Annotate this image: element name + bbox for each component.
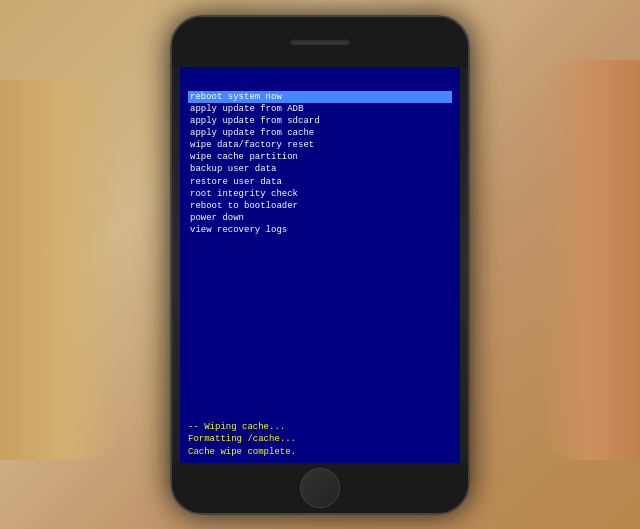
status-line-1: Formatting /cache...: [188, 433, 452, 446]
menu-item-7[interactable]: restore user data: [188, 176, 452, 188]
speaker: [290, 39, 350, 45]
status-log: -- Wiping cache...Formatting /cache...Ca…: [188, 421, 452, 459]
menu-item-3[interactable]: apply update from cache: [188, 127, 452, 139]
screen: reboot system nowapply update from ADBap…: [180, 67, 460, 463]
status-line-0: -- Wiping cache...: [188, 421, 452, 434]
status-section: -- Wiping cache...Formatting /cache...Ca…: [188, 421, 452, 459]
menu-list: reboot system nowapply update from ADBap…: [188, 91, 452, 237]
menu-item-10[interactable]: power down: [188, 212, 452, 224]
phone-top-bezel: [172, 17, 468, 67]
menu-item-8[interactable]: root integrity check: [188, 188, 452, 200]
menu-item-5[interactable]: wipe cache partition: [188, 151, 452, 163]
left-hand: [0, 80, 120, 460]
menu-item-0[interactable]: reboot system now: [188, 91, 452, 103]
scene: reboot system nowapply update from ADBap…: [0, 0, 640, 529]
phone: reboot system nowapply update from ADBap…: [170, 15, 470, 515]
menu-item-11[interactable]: view recovery logs: [188, 224, 452, 236]
menu-item-9[interactable]: reboot to bootloader: [188, 200, 452, 212]
status-line-2: Cache wipe complete.: [188, 446, 452, 459]
menu-item-6[interactable]: backup user data: [188, 163, 452, 175]
menu-item-2[interactable]: apply update from sdcard: [188, 115, 452, 127]
right-hand: [540, 60, 640, 460]
phone-bottom-bezel: [172, 463, 468, 513]
menu-item-1[interactable]: apply update from ADB: [188, 103, 452, 115]
home-button[interactable]: [300, 468, 340, 508]
terminal: reboot system nowapply update from ADBap…: [180, 67, 460, 463]
menu-item-4[interactable]: wipe data/factory reset: [188, 139, 452, 151]
